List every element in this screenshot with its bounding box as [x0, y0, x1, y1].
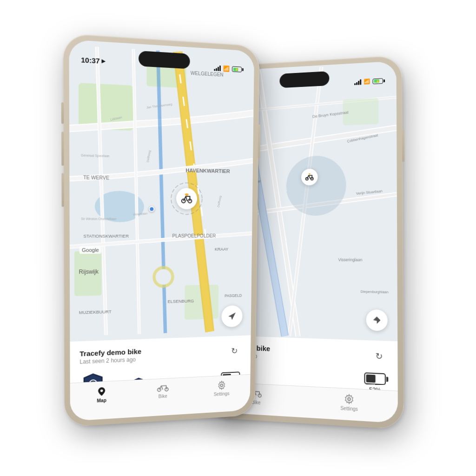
- refresh-button-front[interactable]: ↻: [226, 343, 242, 359]
- signal-icon-front: [214, 65, 221, 71]
- tab-map-label-front: Map: [97, 398, 106, 403]
- tab-map-front[interactable]: Map: [70, 385, 133, 405]
- tab-bike-label-front: Bike: [159, 394, 167, 399]
- svg-text:PLASPOELPOLDER: PLASPOELPOLDER: [172, 233, 216, 238]
- battery-bolt-back: ⚡: [376, 79, 380, 83]
- svg-text:Diepenburghlaan: Diepenburghlaan: [361, 290, 389, 295]
- svg-text:HAVENKWARTIER: HAVENKWARTIER: [185, 167, 230, 174]
- map-area-front: TE WERVE HAVENKWARTIER STATIONSKWARTIER …: [69, 40, 254, 342]
- tracker-dot-inner: [149, 206, 154, 212]
- svg-text:TE WERVE: TE WERVE: [83, 174, 109, 180]
- battery-icon-front: ⚡: [232, 66, 244, 72]
- status-time-front: 10:37 ▶: [81, 56, 106, 66]
- refresh-button-back[interactable]: ↻: [370, 347, 388, 365]
- svg-text:PASGELD: PASGELD: [225, 293, 242, 298]
- bike-tracker-icon: [180, 192, 193, 205]
- front-phone-screen: 10:37 ▶ 📶 ⚡: [69, 40, 254, 421]
- svg-text:KRAAY: KRAAY: [215, 246, 229, 251]
- bike-tracker-pin: [176, 188, 197, 209]
- wifi-icon-front: 📶: [223, 65, 230, 72]
- settings-tab-icon-back: [344, 393, 355, 404]
- tab-settings-front[interactable]: Settings: [192, 379, 250, 398]
- bike-info-text-front: Tracefy demo bike Last seen 2 hours ago: [79, 344, 226, 365]
- svg-point-70: [220, 384, 223, 387]
- svg-point-25: [348, 397, 350, 400]
- battery-fill-back: [366, 374, 376, 383]
- tab-bike-front[interactable]: Bike: [132, 382, 192, 401]
- svg-text:MUZIEKBUURT: MUZIEKBUURT: [79, 309, 112, 315]
- bike-marker-back: [301, 169, 318, 185]
- svg-text:STATIONSKWARTIER: STATIONSKWARTIER: [83, 233, 129, 238]
- map-svg-front: TE WERVE HAVENKWARTIER STATIONSKWARTIER …: [69, 40, 254, 342]
- status-icons-back: 📶 ⚡: [354, 78, 385, 85]
- gps-arrow-front: ▶: [102, 58, 106, 64]
- settings-tab-icon-front: [217, 380, 226, 390]
- svg-text:Visseringlaan: Visseringlaan: [338, 258, 362, 263]
- mute-button-front[interactable]: [61, 102, 64, 124]
- location-arrow-back: [372, 316, 381, 324]
- time-display-front: 10:37: [81, 56, 99, 65]
- google-label: Google: [79, 246, 101, 254]
- tracker-dot: [149, 206, 154, 212]
- bike-tracker-marker: [176, 188, 197, 209]
- status-icons-front: 📶 ⚡: [214, 65, 244, 73]
- bike-tab-icon-front: [157, 383, 169, 393]
- map-tab-icon-front: [96, 386, 106, 397]
- app-scene: 10:37 ▶ 📶 ⚡: [29, 29, 447, 447]
- dynamic-island-back: [279, 71, 329, 88]
- tab-settings-label-back: Settings: [340, 405, 358, 412]
- volume-up-button-front[interactable]: [61, 132, 64, 165]
- marker-pin-back: [301, 169, 318, 185]
- location-button-back[interactable]: [366, 309, 388, 331]
- tab-settings-label-front: Settings: [214, 391, 230, 397]
- location-arrow-front: [228, 311, 237, 321]
- tab-bar-front: Map Bike: [70, 374, 251, 421]
- big-battery-back: [364, 372, 386, 385]
- power-button-front[interactable]: [258, 125, 261, 159]
- bike-icon-back: [304, 172, 315, 182]
- wifi-icon-back: 📶: [364, 79, 370, 85]
- battery-bolt-front: ⚡: [235, 67, 239, 72]
- phone-front: 10:37 ▶ 📶 ⚡: [63, 33, 260, 427]
- battery-icon-back: ⚡: [373, 78, 385, 84]
- dynamic-island-front: [139, 51, 190, 69]
- bike-info-row-front: Tracefy demo bike Last seen 2 hours ago …: [79, 343, 242, 365]
- tab-settings-back[interactable]: Settings: [302, 391, 398, 414]
- signal-icon-back: [354, 79, 361, 85]
- svg-point-68: [158, 388, 161, 391]
- bottom-panel-front: Tracefy demo bike Last seen 2 hours ago …: [70, 335, 251, 421]
- svg-text:Rijswijk: Rijswijk: [79, 268, 99, 275]
- power-button[interactable]: [402, 129, 405, 162]
- svg-text:Sir Winston Churchilllaan: Sir Winston Churchilllaan: [81, 217, 116, 220]
- volume-down-button-front[interactable]: [61, 173, 64, 207]
- svg-text:ELSENBURG: ELSENBURG: [168, 298, 194, 304]
